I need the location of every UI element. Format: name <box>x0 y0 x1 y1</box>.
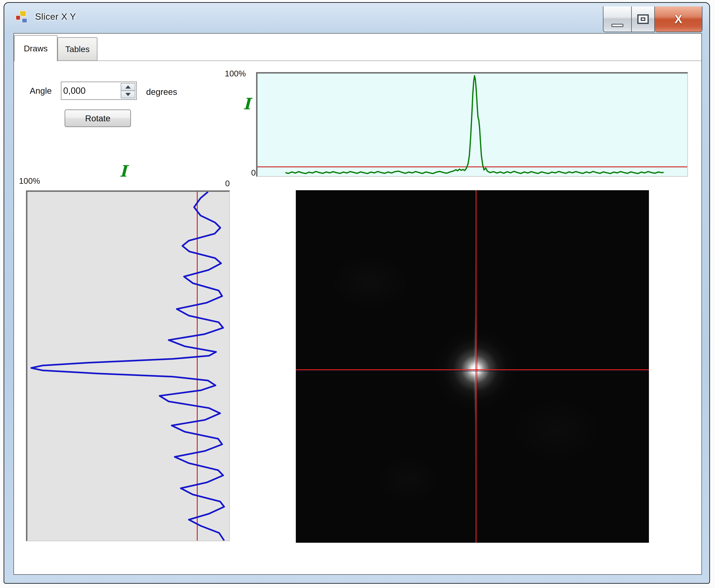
app-icon-red-square <box>15 15 21 20</box>
vplot-min-label: 0 <box>212 178 230 188</box>
rotate-button[interactable]: Rotate <box>65 109 131 127</box>
maximize-button[interactable] <box>631 6 655 32</box>
close-button[interactable]: X <box>655 6 702 32</box>
vplot-curve <box>27 192 229 541</box>
app-icon-blue-square <box>21 18 27 23</box>
maximize-icon <box>637 14 649 24</box>
window-title: Slicer X Y <box>35 12 76 22</box>
down-arrow-icon <box>125 93 131 96</box>
minimize-button[interactable] <box>603 6 631 32</box>
close-icon: X <box>674 12 682 26</box>
tab-control: Draws Tables Angle degrees Rotate 100% <box>14 33 702 575</box>
spinner-up-button[interactable] <box>121 83 135 91</box>
up-arrow-icon <box>125 85 131 89</box>
window-controls: X <box>603 6 702 32</box>
app-icon <box>15 10 29 24</box>
degrees-label: degrees <box>146 87 177 97</box>
tab-tables[interactable]: Tables <box>58 37 97 61</box>
tab-draws[interactable]: Draws <box>14 35 58 61</box>
vertical-profile-plot <box>26 190 230 541</box>
angle-spinner <box>121 83 135 99</box>
angle-numeric-updown[interactable] <box>61 82 137 100</box>
spinner-down-button[interactable] <box>121 91 135 99</box>
horizontal-profile-plot <box>256 72 688 177</box>
hplot-min-label: 0 <box>239 168 256 177</box>
crosshair-v-line <box>475 190 476 543</box>
app-window: Slicer X Y X Draws Tables Angle <box>4 2 710 584</box>
crosshair-h-line <box>296 369 649 370</box>
vplot-intensity-label: I <box>103 162 143 181</box>
title-bar[interactable]: Slicer X Y X <box>4 3 709 34</box>
slice-image-panel[interactable] <box>296 190 649 543</box>
angle-value-input[interactable] <box>63 83 119 98</box>
angle-label: Angle <box>30 86 52 96</box>
screenshot-root: Slicer X Y X Draws Tables Angle <box>0 0 715 588</box>
minimize-icon <box>612 24 623 27</box>
hplot-max-label: 100% <box>206 69 246 78</box>
tabstrip-divider <box>14 61 701 61</box>
vplot-max-label: 100% <box>19 176 40 186</box>
hplot-curve <box>258 74 687 176</box>
